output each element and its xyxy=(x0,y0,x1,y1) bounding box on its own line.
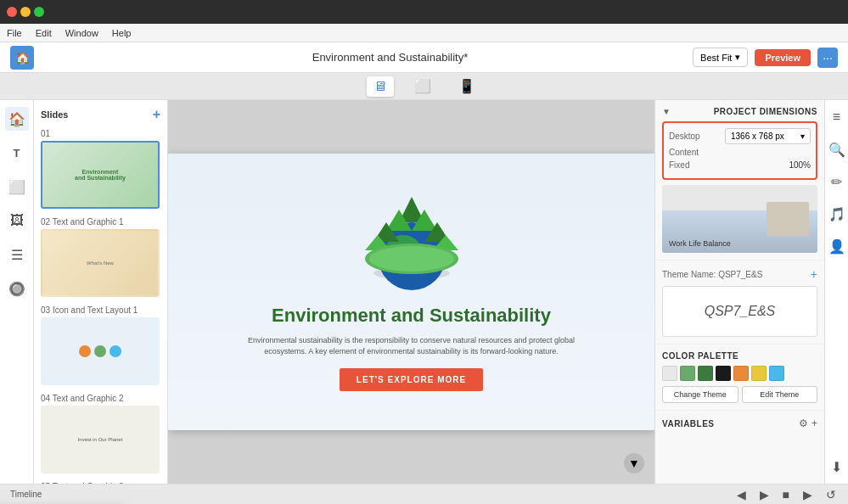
right-icon-search[interactable]: 🔍 xyxy=(825,137,849,161)
color-palette-header: Color Palette xyxy=(662,351,817,361)
earth-illustration xyxy=(344,193,480,294)
variables-actions: ⚙ + xyxy=(799,417,817,429)
color-swatch-0[interactable] xyxy=(662,366,677,381)
slide-item-1[interactable]: 01 Environmentand Sustainability xyxy=(41,129,160,209)
slide-item-4[interactable]: 04 Text and Graphic 2 Invest in Our Plan… xyxy=(41,394,160,473)
maximize-button[interactable] xyxy=(34,7,44,17)
timeline-label: Timeline xyxy=(10,490,725,499)
right-icon-audio[interactable]: 🎵 xyxy=(825,202,849,226)
menu-window[interactable]: Window xyxy=(65,28,98,38)
color-swatch-3[interactable] xyxy=(716,366,731,381)
left-sidebar: 🏠 T ⬜ 🖼 ☰ 🔘 xyxy=(0,100,34,484)
desktop-size-select[interactable]: 1366 x 768 px ▾ xyxy=(725,128,811,144)
color-swatch-5[interactable] xyxy=(751,366,767,381)
color-swatches xyxy=(662,366,817,381)
close-button[interactable] xyxy=(7,7,17,17)
variables-title: Variables xyxy=(662,419,715,428)
color-swatch-1[interactable] xyxy=(680,366,695,381)
fixed-label: Fixed xyxy=(669,160,720,170)
scroll-down-button[interactable]: ▼ xyxy=(624,453,644,473)
desktop-device-button[interactable]: 🖥 xyxy=(367,76,394,97)
project-dims-box: Desktop 1366 x 768 px ▾ 1280 x 720 px 13… xyxy=(662,121,817,180)
mobile-device-button[interactable]: 📱 xyxy=(452,76,482,97)
dropdown-chevron: ▾ xyxy=(800,132,805,141)
slide-number-5: 05 Text and Graphic 3 xyxy=(41,482,160,484)
variables-add-icon[interactable]: + xyxy=(811,417,817,429)
preview-button[interactable]: Preview xyxy=(755,49,811,66)
right-sidebar-icons: ≡ 🔍 ✏ 🎵 👤 ⬇ xyxy=(824,100,848,484)
best-fit-button[interactable]: Best Fit ▾ xyxy=(693,48,748,67)
slides-header: Slides + xyxy=(41,107,160,122)
app-header: 🏠 Environment and Sustainability* Best F… xyxy=(0,42,848,73)
right-icon-download[interactable]: ⬇ xyxy=(825,455,849,479)
edit-theme-button[interactable]: Edit Theme xyxy=(742,386,818,403)
variables-section: Variables ⚙ + xyxy=(655,411,824,436)
timeline-prev-button[interactable]: ◀ xyxy=(735,486,748,503)
slide-item-5[interactable]: 05 Text and Graphic 3 xyxy=(41,482,160,484)
device-toolbar: 🖥 ⬜ 📱 xyxy=(0,73,848,100)
slide-thumbnail-4[interactable]: Invest in Our Planet xyxy=(41,406,160,473)
minimize-button[interactable] xyxy=(20,7,31,17)
sidebar-layout-icon[interactable]: ☰ xyxy=(5,243,29,266)
theme-add-button[interactable]: + xyxy=(811,267,817,281)
menu-edit[interactable]: Edit xyxy=(36,28,52,38)
sidebar-media-icon[interactable]: 🖼 xyxy=(5,209,29,232)
slides-panel: Slides + 01 Environmentand Sustainabilit… xyxy=(34,100,168,484)
document-title: Environment and Sustainability* xyxy=(112,51,668,64)
slide-item-3[interactable]: 03 Icon and Text Layout 1 xyxy=(41,305,160,385)
project-dims-header: ▼ PROJECT DIMENSIONS xyxy=(662,107,817,116)
project-dims-title: PROJECT DIMENSIONS xyxy=(714,107,817,116)
desktop-dim-row: Desktop 1366 x 768 px ▾ xyxy=(669,128,811,144)
slide-thumbnail-3[interactable] xyxy=(41,317,160,385)
theme-name-display: QSP7_E&S xyxy=(705,304,776,319)
slide-number-4: 04 Text and Graphic 2 xyxy=(41,394,160,403)
color-swatch-4[interactable] xyxy=(733,366,749,381)
canvas-content: Environment and Sustainability Environme… xyxy=(185,193,637,391)
preview-slide-label: Work Life Balance xyxy=(669,239,731,248)
content-dim-row: Content xyxy=(669,148,811,157)
more-button[interactable]: ··· xyxy=(817,48,838,68)
sidebar-shape-icon[interactable]: ⬜ xyxy=(5,175,29,199)
sidebar-text-icon[interactable]: T xyxy=(5,141,29,165)
home-button[interactable]: 🏠 xyxy=(10,46,34,70)
content-label: Content xyxy=(669,148,720,157)
timeline-loop-button[interactable]: ↺ xyxy=(824,486,838,503)
main-layout: 🏠 T ⬜ 🖼 ☰ 🔘 Slides + 01 Environmentand S… xyxy=(0,100,848,484)
header-left: 🏠 xyxy=(10,46,112,70)
slide-thumbnail-1[interactable]: Environmentand Sustainability xyxy=(41,141,160,209)
header-right: Best Fit ▾ Preview ··· xyxy=(668,48,838,68)
timeline: Timeline ◀ ▶ ■ ▶ ↺ xyxy=(0,484,848,504)
slide-title: Environment and Sustainability xyxy=(185,305,637,327)
slide-description: Environmental sustainability is the resp… xyxy=(233,335,590,356)
color-palette-section: Color Palette Change Theme Edit Theme xyxy=(655,344,824,411)
canvas-area: Environment and Sustainability Environme… xyxy=(168,100,654,484)
right-icon-user[interactable]: 👤 xyxy=(825,234,849,258)
sidebar-settings-icon[interactable]: 🔘 xyxy=(5,277,29,300)
add-slide-icon[interactable]: + xyxy=(153,107,160,122)
slide-preview-thumb: Work Life Balance xyxy=(662,185,817,253)
menu-help[interactable]: Help xyxy=(112,28,132,38)
fixed-dim-row: Fixed 100% xyxy=(669,160,811,170)
desktop-size-value: 1366 x 768 px xyxy=(731,132,784,141)
timeline-play-button[interactable]: ▶ xyxy=(801,486,814,503)
change-theme-button[interactable]: Change Theme xyxy=(662,386,738,403)
timeline-stop-button[interactable]: ■ xyxy=(781,486,791,503)
right-icon-edit[interactable]: ✏ xyxy=(825,170,849,193)
menu-file[interactable]: File xyxy=(7,28,22,38)
slide-number-1: 01 xyxy=(41,129,160,138)
variables-gear-icon[interactable]: ⚙ xyxy=(799,417,808,429)
slide-item-2[interactable]: 02 Text and Graphic 1 What's New xyxy=(41,217,160,297)
color-swatch-2[interactable] xyxy=(698,366,713,381)
tablet-device-button[interactable]: ⬜ xyxy=(407,76,438,97)
earth-svg xyxy=(344,193,480,294)
color-swatch-6[interactable] xyxy=(769,366,784,381)
slide-number-2: 02 Text and Graphic 1 xyxy=(41,217,160,227)
sidebar-home-icon[interactable]: 🏠 xyxy=(5,107,29,131)
svg-point-13 xyxy=(369,246,454,272)
right-icon-properties[interactable]: ≡ xyxy=(825,105,849,129)
theme-preview: QSP7_E&S xyxy=(662,286,817,337)
explore-button[interactable]: LET'S EXPLORE MORE xyxy=(340,368,483,391)
timeline-next-button[interactable]: ▶ xyxy=(758,486,771,503)
slide-thumbnail-2[interactable]: What's New xyxy=(41,229,160,297)
panels-right: ▼ PROJECT DIMENSIONS Desktop 1366 x 768 … xyxy=(654,100,848,484)
